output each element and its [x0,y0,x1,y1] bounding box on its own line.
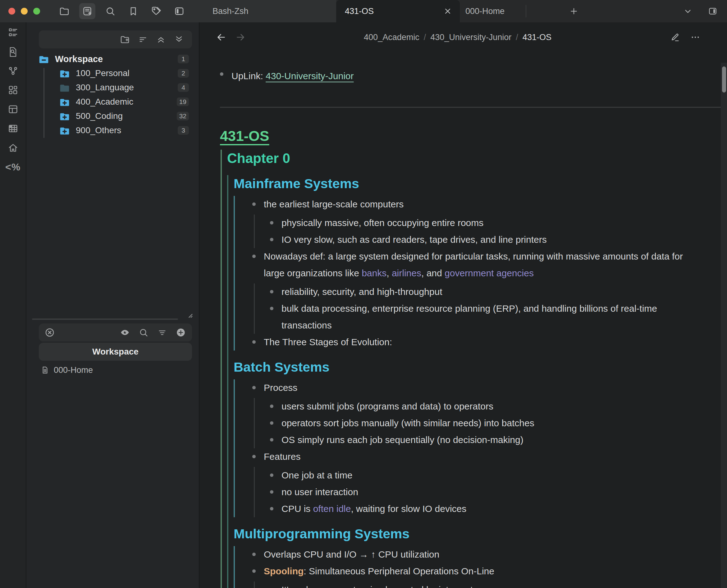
table-icon[interactable] [6,123,20,134]
bullet-dot[interactable] [270,221,274,225]
tree-item-workspace[interactable]: Workspace1 [26,52,199,66]
breadcrumb-segment[interactable]: 400_Academic [364,33,420,42]
home-icon[interactable] [6,142,20,153]
zoom-window-icon[interactable] [33,8,40,15]
bullet-dot[interactable] [252,340,256,344]
tab-000-home[interactable]: 000-Home [460,0,562,22]
tab-bash-zsh[interactable]: Bash-Zsh [199,0,336,22]
eye-icon[interactable] [120,328,130,337]
inline-link[interactable]: often idle [313,504,351,514]
bookmark-icon[interactable] [125,3,141,19]
filter-icon[interactable] [157,328,167,337]
heading-multiprogramming-systems[interactable]: Multiprogramming Systems [234,525,699,542]
folder-icon[interactable] [56,3,73,19]
more-icon[interactable] [690,31,701,43]
bullet-dot[interactable] [270,238,274,241]
folder-collapse-icon[interactable] [38,54,49,64]
heading-batch-systems[interactable]: Batch Systems [234,359,699,376]
folder-expand-icon[interactable] [59,68,70,78]
bullet-dot[interactable] [270,490,274,493]
inline-link[interactable]: airlines [392,268,421,278]
tag-search-bar[interactable] [39,323,192,341]
layout-icon[interactable] [6,104,20,115]
text-segment: no user interaction [281,487,358,497]
bullet-dot[interactable] [270,507,274,510]
breadcrumb-segment[interactable]: 431-OS [523,33,551,42]
minimize-window-icon[interactable] [21,8,28,15]
bullet-dot[interactable] [252,386,256,389]
bullet-dot[interactable] [252,203,256,206]
bullet-dot[interactable] [270,290,274,293]
uplink-link[interactable]: 430-University-Junior [266,71,354,81]
bullet-dot[interactable] [270,404,274,408]
expand-all-icon[interactable] [174,35,184,44]
bullet-dot[interactable] [252,455,256,458]
pinned-file-000-home[interactable]: 000-Home [41,363,93,377]
inline-link[interactable]: government agencies [445,268,534,278]
new-folder-icon[interactable] [120,35,130,44]
close-window-icon[interactable] [8,8,15,15]
bullet-dot[interactable] [270,307,274,310]
search-icon[interactable] [102,3,118,19]
outline-list-icon[interactable] [6,27,20,38]
bullet-dot[interactable] [252,255,256,258]
clear-circle-icon[interactable] [44,327,55,338]
tree-item-500_coding[interactable]: 500_Coding32 [26,109,199,123]
forward-icon[interactable] [235,31,246,43]
bullet-dot[interactable] [270,474,274,477]
chevron-down-icon[interactable] [680,3,696,19]
bullet-dot[interactable] [270,438,274,441]
bullet-dot[interactable] [252,553,256,556]
folder-closed-icon[interactable] [59,83,70,92]
file-sidebar: Workspace1100_Personal2300_Language4400_… [26,22,199,588]
scrollbar-thumb[interactable] [722,66,726,92]
heading-mainframe-systems[interactable]: Mainframe Systems [234,175,699,192]
folder-expand-icon[interactable] [59,125,70,135]
outline-text: Process [264,379,699,396]
resize-handle-icon[interactable] [183,309,194,318]
back-icon[interactable] [216,31,227,43]
tree-item-100_personal[interactable]: 100_Personal2 [26,66,199,80]
heading-431-os[interactable]: 431-OS [220,127,269,145]
folder-expand-icon[interactable] [59,111,70,121]
edit-icon[interactable] [669,31,681,43]
workspace-button[interactable]: Workspace [39,343,192,361]
sort-filter-icon[interactable] [138,35,148,44]
outline-item: users submit jobs (programs and data) to… [270,398,699,415]
add-circle-icon[interactable] [176,328,186,337]
tree-item-label: Workspace [55,54,103,64]
sidebar-divider[interactable] [32,318,178,320]
bullet-dot[interactable] [270,421,274,425]
bullet-children: reliability, security, and high-throughp… [254,284,699,334]
uplink-row: UpLink: 430-University-Junior [220,68,699,84]
inline-link[interactable]: banks [362,268,386,278]
heading-chapter-0[interactable]: Chapter 0 [227,150,699,167]
search-icon[interactable] [139,328,148,337]
tab-431-os[interactable]: 431-OS [336,0,460,22]
tree-item-900_others[interactable]: 900_Others3 [26,123,199,138]
template-icon[interactable]: <% [6,162,20,173]
graph-icon[interactable] [6,65,20,76]
breadcrumb-segment[interactable]: 430_University-Junior [430,33,511,42]
close-icon[interactable] [443,6,452,16]
titlebar-toolbar [56,3,187,19]
scrollbar-track[interactable] [721,63,727,588]
tags-icon[interactable] [148,3,164,19]
tree-item-400_academic[interactable]: 400_Academic19 [26,95,199,109]
panel-left-icon[interactable] [171,3,187,19]
tree-indent-guide [43,68,44,138]
new-tab-icon[interactable] [565,3,582,20]
outline-item: One job at a time [270,467,699,484]
outline-text: CPU is often idle, waiting for slow IO d… [281,501,699,517]
bullet-dot[interactable] [252,569,256,573]
collapse-all-icon[interactable] [156,35,166,44]
grid-icon[interactable] [6,84,20,96]
bullet-dot[interactable] [220,72,223,76]
tree-item-300_language[interactable]: 300_Language4 [26,80,199,95]
new-note-icon[interactable] [79,3,95,19]
panel-right-icon[interactable] [705,3,721,19]
text-segment: bulk data processing, enterprise resourc… [281,303,657,330]
titlebar-left [0,0,199,22]
file-search-icon[interactable] [6,46,20,57]
folder-expand-icon[interactable] [59,97,70,107]
